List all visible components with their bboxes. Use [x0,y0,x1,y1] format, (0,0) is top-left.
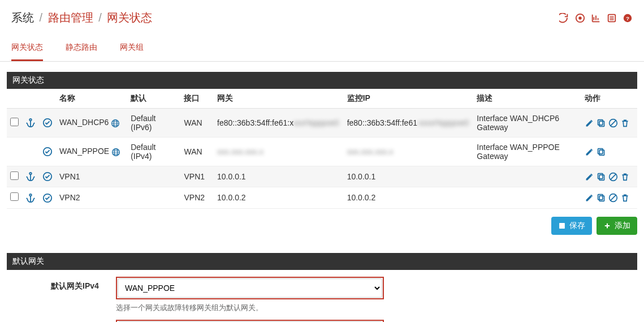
cell-iface: WAN [180,109,214,138]
disable-icon[interactable] [608,192,619,203]
cell-gateway: fe80::36b3:54ff:fe61:xxxx%pppoe0 [214,109,344,138]
breadcrumb-leaf[interactable]: 网关状态 [107,11,152,24]
delete-icon[interactable] [620,192,630,203]
log-icon[interactable] [607,13,617,23]
globe-icon [111,119,120,128]
tabs: 网关状态静态路由网关组 [0,33,644,62]
refresh-icon[interactable] [559,13,569,23]
cell-monitor: 10.0.0.1 [344,166,474,187]
default-ipv4-row: 默认网关IPv4 WAN_PPPOE 选择一个网关或故障转移网关组为默认网关。 [7,270,637,313]
panel-title: 网关状态 [7,72,637,89]
cell-name: WAN_DHCP6 [56,109,127,138]
delete-icon[interactable] [620,171,630,182]
table-row: WAN_DHCP6 Default (IPv6)WANfe80::36b3:54… [7,109,637,138]
cell-default: Default (IPv6) [127,109,180,138]
help-icon[interactable] [623,13,633,23]
cell-name: VPN1 [56,166,127,187]
cell-monitor: 10.0.0.2 [344,187,474,208]
row-checkbox[interactable] [10,118,19,126]
save-icon [558,222,566,230]
status-ok-icon [42,171,53,182]
table-row: VPN1 VPN110.0.0.110.0.0.1 [7,166,637,187]
cell-iface: VPN2 [180,187,214,208]
header-toolbar [559,13,633,23]
disable-icon[interactable] [608,118,619,128]
cell-monitor: fe80::36b3:54ff:fe61:xxxx%pppoe0 [344,109,474,138]
col-monitor: 监控IP [344,89,474,109]
cell-desc [473,166,581,187]
edit-icon[interactable] [585,147,595,157]
anchor-icon[interactable] [25,171,36,182]
col-iface: 接口 [180,89,214,109]
default-gateway-panel: 默认网关 默认网关IPv4 WAN_PPPOE 选择一个网关或故障转移网关组为默… [7,253,637,322]
col-default: 默认 [127,89,180,109]
status-ok-icon [42,193,53,203]
table-row: WAN_PPPOE Default (IPv4)WANxxx.xxx.xxx.x… [7,138,637,166]
cell-default: Default (IPv4) [127,138,180,166]
gateway-table: 名称 默认 接口 网关 监控IP 描述 动作 WAN_DHCP6 Default… [7,89,637,209]
copy-icon[interactable] [597,118,607,128]
plus-icon [603,222,611,230]
status-ok-icon [42,147,53,157]
delete-icon[interactable] [620,118,630,128]
cell-gateway: 10.0.0.2 [214,187,344,208]
default-ipv6-label: 默认网关IPv6 [11,320,116,322]
disable-icon[interactable] [608,171,619,182]
cell-desc [473,187,581,208]
default-panel-title: 默认网关 [7,253,637,270]
default-ipv4-help: 选择一个网关或故障转移网关组为默认网关。 [116,303,384,313]
cell-monitor: xxx.xxx.xxx.x [344,138,474,166]
tab-2[interactable]: 网关组 [120,42,144,61]
cell-default [127,166,180,187]
edit-icon[interactable] [585,171,595,182]
row-checkbox[interactable] [10,192,19,201]
cell-name: WAN_PPPOE [56,138,127,166]
chart-icon[interactable] [591,13,601,23]
button-row: 保存 添加 [0,209,644,243]
row-checkbox[interactable] [10,171,19,180]
cell-gateway: xxx.xxx.xxx.x [214,138,344,166]
save-button[interactable]: 保存 [551,217,592,235]
anchor-icon[interactable] [25,193,36,203]
default-ipv4-label: 默认网关IPv4 [11,277,116,291]
cell-desc: Interface WAN_DHCP6 Gateway [473,109,581,138]
breadcrumb-mid[interactable]: 路由管理 [48,11,93,24]
copy-icon[interactable] [597,171,607,182]
col-actions: 动作 [581,89,637,109]
status-ok-icon [42,118,53,128]
tab-0[interactable]: 网关状态 [11,42,43,61]
cell-desc: Interface WAN_PPPOE Gateway [473,138,581,166]
copy-icon[interactable] [597,147,607,157]
globe-icon [111,148,120,157]
add-button[interactable]: 添加 [597,217,637,235]
table-row: VPN2 VPN210.0.0.210.0.0.2 [7,187,637,208]
default-ipv6-row: 默认网关IPv6 WAN_DHCP6 选择一个网关或故障转移网关组为默认网关。 [7,313,637,322]
default-ipv4-select[interactable]: WAN_PPPOE [118,278,382,298]
cell-iface: VPN1 [180,166,214,187]
edit-icon[interactable] [585,118,595,128]
cell-default [127,187,180,208]
page-header: 系统 / 路由管理 / 网关状态 [0,0,644,33]
copy-icon[interactable] [597,192,607,203]
stop-icon[interactable] [575,13,585,23]
tab-1[interactable]: 静态路由 [66,42,97,61]
col-desc: 描述 [473,89,581,109]
breadcrumb: 系统 / 路由管理 / 网关状态 [11,10,152,25]
edit-icon[interactable] [585,192,595,203]
col-gateway: 网关 [214,89,344,109]
gateway-status-panel: 网关状态 名称 默认 接口 网关 监控IP 描述 动作 WAN_DHCP6 De… [7,72,637,209]
anchor-icon[interactable] [25,118,36,128]
cell-name: VPN2 [56,187,127,208]
cell-gateway: 10.0.0.1 [214,166,344,187]
breadcrumb-root[interactable]: 系统 [11,11,34,24]
cell-iface: WAN [180,138,214,166]
col-name: 名称 [56,89,127,109]
